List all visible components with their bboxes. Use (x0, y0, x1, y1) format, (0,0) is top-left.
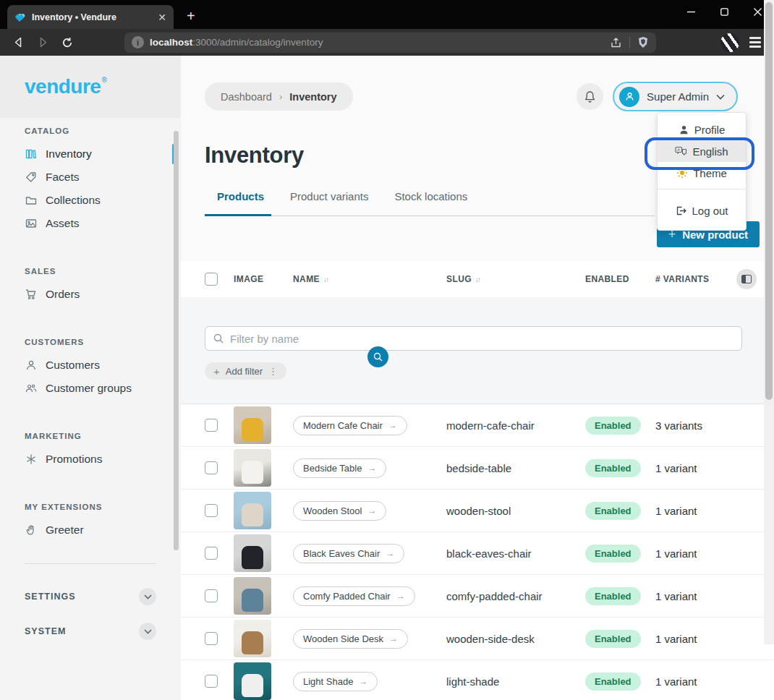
page-scrollbar-thumb[interactable] (765, 2, 773, 400)
browser-profile-avatar[interactable] (720, 33, 739, 52)
section-label-system: SYSTEM (25, 626, 66, 636)
reload-button[interactable] (56, 33, 78, 53)
menu-item-label: Log out (692, 205, 728, 217)
site-info-icon[interactable]: i (132, 36, 144, 48)
browser-toolbar: i localhost:3000/admin/catalog/inventory (0, 29, 774, 56)
back-button[interactable] (7, 33, 29, 53)
tab-stock-locations[interactable]: Stock locations (394, 190, 467, 209)
window-minimize-button[interactable] (674, 0, 707, 24)
status-badge: Enabled (585, 673, 641, 691)
asterisk-icon (25, 453, 38, 466)
kebab-menu-icon[interactable]: ⋮ (268, 366, 278, 377)
column-settings-button[interactable] (736, 269, 757, 289)
sidebar-item-label: Inventory (46, 148, 92, 161)
chevron-down-icon[interactable] (139, 588, 156, 605)
product-name-link[interactable]: Modern Cafe Chair→ (293, 416, 407, 435)
menu-item-profile[interactable]: Profile (658, 119, 746, 140)
arrow-right-icon: → (389, 633, 398, 644)
brave-shield-icon[interactable] (637, 36, 649, 48)
variant-count: 3 variants (655, 419, 728, 432)
filter-by-name-input[interactable] (205, 326, 742, 351)
row-checkbox[interactable] (205, 461, 218, 474)
sidebar-item-label: Customer groups (46, 382, 132, 395)
tab-products[interactable]: Products (217, 190, 264, 209)
menu-item-theme[interactable]: Theme (658, 162, 746, 184)
row-checkbox[interactable] (205, 504, 218, 517)
sidebar-item-assets[interactable]: Assets (0, 212, 181, 235)
product-slug: comfy-padded-chair (446, 590, 585, 602)
row-checkbox[interactable] (205, 547, 218, 560)
share-icon[interactable] (610, 37, 622, 48)
section-label-settings: SETTINGS (25, 592, 76, 602)
product-name-link[interactable]: Comfy Padded Chair→ (293, 586, 415, 606)
browser-menu-icon[interactable] (749, 37, 761, 48)
sidebar-item-inventory[interactable]: Inventory (0, 142, 181, 166)
search-toggle-button[interactable] (367, 346, 388, 367)
sidebar-section-system[interactable]: SYSTEM (0, 620, 181, 642)
product-name-link[interactable]: Bedside Table→ (293, 458, 386, 478)
breadcrumb-dashboard[interactable]: Dashboard (221, 91, 272, 103)
vendure-favicon-icon (14, 12, 26, 23)
product-name-link[interactable]: Wooden Stool→ (293, 501, 386, 521)
column-header-slug[interactable]: SLUG↓↑ (446, 274, 585, 284)
select-all-checkbox[interactable] (205, 273, 218, 286)
menu-item-label: English (692, 145, 728, 158)
url-bar[interactable]: i localhost:3000/admin/catalog/inventory (124, 33, 656, 53)
row-checkbox[interactable] (205, 419, 218, 432)
product-name-link[interactable]: Black Eaves Chair→ (293, 544, 404, 563)
sidebar-item-promotions[interactable]: Promotions (0, 448, 181, 471)
sidebar-scrollbar[interactable] (174, 131, 179, 550)
search-icon (373, 351, 383, 362)
product-name-link[interactable]: Light Shade→ (293, 672, 378, 691)
user-name: Super Admin (647, 90, 709, 103)
row-checkbox[interactable] (205, 589, 218, 602)
sort-icon[interactable]: ↓↑ (475, 276, 480, 283)
table-row: Black Eaves Chair→ black-eaves-chair Ena… (181, 532, 774, 575)
row-checkbox[interactable] (205, 632, 218, 645)
status-badge: Enabled (585, 502, 641, 520)
breadcrumb-separator-icon: › (279, 91, 282, 102)
sidebar-item-greeter[interactable]: Greeter (0, 518, 181, 542)
notifications-button[interactable] (577, 83, 603, 110)
column-header-image[interactable]: IMAGE (234, 274, 293, 284)
variant-count: 1 variant (655, 675, 728, 688)
status-badge: Enabled (585, 587, 641, 605)
column-label: NAME (293, 274, 320, 284)
page-scrollbar[interactable] (764, 0, 774, 644)
user-menu-button[interactable]: Super Admin (613, 82, 738, 111)
sidebar-section-settings[interactable]: SETTINGS (0, 586, 181, 607)
svg-text:A: A (678, 148, 681, 152)
menu-item-language[interactable]: A English (658, 140, 746, 162)
sidebar-item-orders[interactable]: Orders (0, 283, 181, 306)
add-filter-button[interactable]: + Add filter ⋮ (205, 362, 286, 380)
column-header-enabled[interactable]: ENABLED (585, 274, 655, 284)
sidebar-item-label: Promotions (46, 453, 102, 466)
sidebar-item-customers[interactable]: Customers (0, 354, 181, 377)
sidebar-item-collections[interactable]: Collections (0, 189, 181, 212)
sidebar-item-label: Collections (46, 194, 101, 207)
sidebar-item-customer-groups[interactable]: Customer groups (0, 377, 181, 400)
window-maximize-button[interactable] (707, 0, 741, 24)
column-header-variants[interactable]: # VARIANTS (655, 274, 728, 284)
bell-icon (584, 90, 596, 103)
forward-button[interactable] (32, 33, 54, 53)
product-image (234, 492, 271, 529)
tab-product-variants[interactable]: Product variants (290, 190, 368, 209)
tab-close-icon[interactable]: ✕ (158, 12, 166, 22)
row-checkbox[interactable] (205, 675, 218, 688)
chevron-down-icon (716, 94, 725, 100)
browser-tab[interactable]: Inventory • Vendure ✕ (7, 5, 174, 29)
product-name-link[interactable]: Wooden Side Desk→ (293, 629, 408, 649)
new-tab-button[interactable]: + (187, 8, 195, 25)
table-row: Modern Cafe Chair→ modern-cafe-chair Ena… (181, 404, 774, 447)
table-header: IMAGE NAME↓↑ SLUG↓↑ ENABLED # VARIANTS (181, 261, 774, 297)
chevron-down-icon[interactable] (139, 623, 156, 640)
sidebar-item-facets[interactable]: Facets (0, 166, 181, 189)
sort-icon[interactable]: ↓↑ (323, 276, 328, 283)
menu-item-logout[interactable]: Log out (658, 198, 746, 223)
column-header-name[interactable]: NAME↓↑ (293, 274, 446, 284)
url-path: :3000/admin/catalog/inventory (192, 37, 323, 48)
tab-title: Inventory • Vendure (32, 12, 152, 22)
plus-icon: + (213, 365, 220, 377)
vendure-logo[interactable]: vendure® (25, 75, 101, 98)
